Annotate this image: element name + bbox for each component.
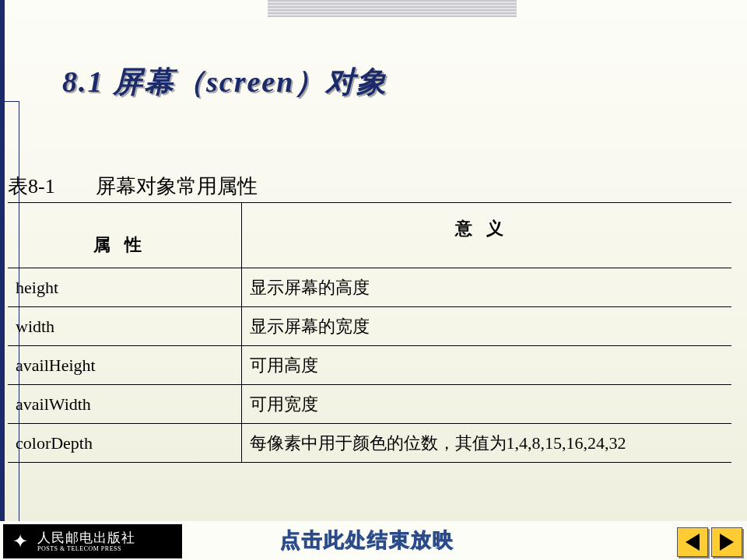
arrow-left-icon: [686, 534, 700, 551]
slide-title: 8.1 屏幕（screen）对象 8.1 屏幕（screen）对象: [62, 62, 388, 102]
publisher-name-cn: 人民邮电出版社: [37, 530, 135, 546]
cell-prop: colorDepth: [8, 424, 241, 463]
table-row: availHeight可用高度: [8, 346, 731, 385]
publisher-name-en: POSTS & TELECOM PRESS: [37, 545, 135, 552]
header-property: 属性: [8, 203, 241, 268]
arrow-right-icon: [720, 534, 734, 551]
cell-prop: width: [8, 307, 241, 346]
decorative-stripe: [268, 0, 517, 17]
cell-meaning: 可用宽度: [241, 385, 731, 424]
cell-prop: availWidth: [8, 385, 241, 424]
cell-prop: availHeight: [8, 346, 241, 385]
decorative-rail: [0, 0, 5, 560]
prev-button[interactable]: [677, 527, 708, 557]
cell-meaning: 显示屏幕的宽度: [241, 307, 731, 346]
cell-meaning: 可用高度: [241, 346, 731, 385]
publisher-badge: ✦ 人民邮电出版社 POSTS & TELECOM PRESS: [3, 524, 182, 558]
footer: ✦ 人民邮电出版社 POSTS & TELECOM PRESS 点击此处结束放映: [0, 521, 747, 560]
header-meaning: 意义: [241, 203, 731, 268]
publisher-logo-icon: ✦: [3, 524, 37, 558]
table-header-row: 属性 意义: [8, 203, 731, 268]
cell-meaning: 每像素中用于颜色的位数，其值为1,4,8,15,16,24,32: [241, 424, 731, 463]
next-button[interactable]: [711, 527, 742, 557]
nav-buttons: [677, 527, 742, 557]
end-slideshow-link[interactable]: 点击此处结束放映: [280, 527, 454, 554]
table-row: availWidth可用宽度: [8, 385, 731, 424]
table-caption: 表8-1 屏幕对象常用属性: [8, 173, 258, 200]
table-row: width显示屏幕的宽度: [8, 307, 731, 346]
table-row: colorDepth每像素中用于颜色的位数，其值为1,4,8,15,16,24,…: [8, 424, 731, 463]
decorative-line: [5, 101, 19, 102]
table-row: height显示屏幕的高度: [8, 268, 731, 307]
cell-prop: height: [8, 268, 241, 307]
properties-table: 属性 意义 height显示屏幕的高度 width显示屏幕的宽度 availHe…: [8, 202, 731, 463]
cell-meaning: 显示屏幕的高度: [241, 268, 731, 307]
